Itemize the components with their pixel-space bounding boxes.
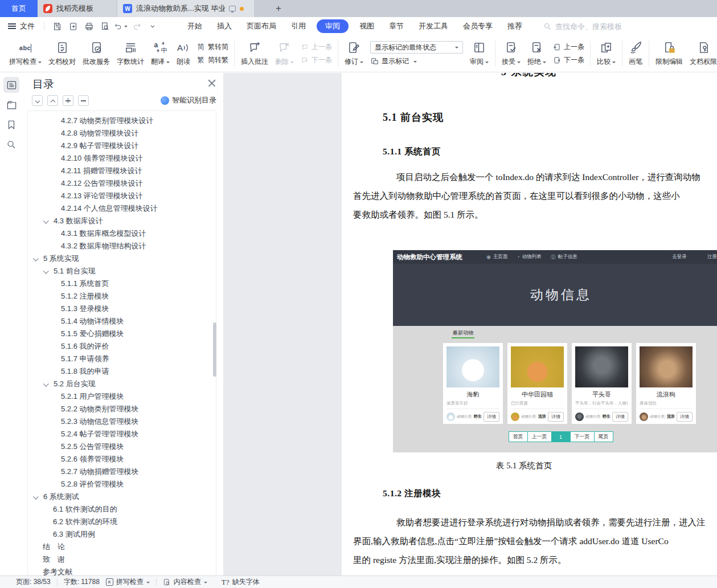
toc-item[interactable]: 5 系统实现: [28, 252, 216, 265]
toc-item[interactable]: 4.3.1 数据库概念模型设计: [28, 227, 216, 240]
prev-comment-button[interactable]: 上一条: [300, 42, 332, 52]
toc-item[interactable]: 4.2.10 领养管理模块设计: [28, 152, 216, 165]
command-search[interactable]: [543, 22, 655, 31]
next-comment-button[interactable]: 下一条: [300, 55, 332, 65]
find-panel-button[interactable]: [3, 137, 19, 153]
reject-button[interactable]: 拒绝: [524, 37, 550, 70]
zoom-out-button[interactable]: [78, 95, 89, 106]
page-indicator[interactable]: 页面: 38/53: [16, 577, 51, 587]
print-preview-button[interactable]: [98, 19, 112, 33]
next-change-button[interactable]: 下一条: [552, 55, 584, 65]
toc-item[interactable]: 6.2 软件测试的环境: [28, 516, 216, 528]
simp-to-trad-button[interactable]: 繁简转繁: [196, 55, 228, 65]
correction-service-button[interactable]: 批改服务: [79, 37, 113, 70]
ribbon-tab[interactable]: 审阅: [317, 19, 349, 33]
toc-item[interactable]: 5.2.1 用户管理模块: [28, 390, 216, 403]
ribbon-tab[interactable]: 开发工具: [411, 17, 456, 35]
toc-item[interactable]: 6 系统测试: [28, 491, 216, 503]
toc-item[interactable]: 5.2.7 动物捐赠管理模块: [28, 466, 216, 478]
spell-check-toggle[interactable]: 拼写检查: [106, 577, 150, 587]
print-button[interactable]: [82, 19, 96, 33]
toc-item[interactable]: 5.2.4 帖子管理管理模块: [28, 428, 216, 440]
prev-change-button[interactable]: 上一条: [552, 42, 584, 52]
material-panel-button[interactable]: [3, 97, 19, 113]
doc-permission-button[interactable]: 文档权限: [686, 37, 717, 70]
track-changes-button[interactable]: 修订: [341, 37, 367, 70]
collapse-all-button[interactable]: [47, 95, 58, 106]
toc-item[interactable]: 4.2.7 动物类别管理模块设计: [28, 115, 216, 127]
toc-item[interactable]: 4.3.2 数据库物理结构设计: [28, 240, 216, 252]
compare-button[interactable]: 比较: [593, 37, 619, 70]
read-aloud-button[interactable]: A 朗读: [173, 37, 194, 70]
toc-item[interactable]: 5.1.6 我的评价: [28, 340, 216, 353]
toc-item[interactable]: 结 论: [28, 541, 216, 553]
spell-check-button[interactable]: abc 拼写检查: [6, 37, 45, 70]
toc-item[interactable]: 5.2.2 动物类别管理模块: [28, 403, 216, 415]
toc-item[interactable]: 5.1.3 登录模块: [28, 303, 216, 315]
toc-item[interactable]: 4.3 数据库设计: [28, 215, 216, 227]
toc-item[interactable]: 5.1.8 我的申请: [28, 365, 216, 378]
ribbon-tab[interactable]: 页面布局: [239, 17, 284, 35]
toc-item[interactable]: 致 谢: [28, 553, 216, 566]
accept-button[interactable]: 接受: [498, 37, 524, 70]
delete-comment-button[interactable]: 删除: [272, 37, 297, 70]
toc-item[interactable]: 5.1 前台实现: [28, 265, 216, 277]
toc-item[interactable]: 4.2.13 评论管理模块设计: [28, 190, 216, 202]
bookmark-panel-button[interactable]: [3, 117, 19, 133]
tab-home[interactable]: 首页: [0, 0, 38, 17]
toc-item[interactable]: 5.2 后台实现: [28, 378, 216, 390]
undo-button[interactable]: [114, 19, 128, 33]
toc-item[interactable]: 5.1.2 注册模块: [28, 290, 216, 303]
search-input[interactable]: [555, 22, 655, 31]
ribbon-tab[interactable]: 引用: [284, 17, 313, 35]
ribbon-tab[interactable]: 开始: [180, 17, 210, 35]
toc-item[interactable]: 5.2.8 评价管理模块: [28, 478, 216, 491]
word-count-button[interactable]: 字数统计: [113, 37, 148, 70]
trad-to-simp-button[interactable]: 简繁转简: [196, 42, 228, 52]
toc-item[interactable]: 5.1.1 系统首页: [28, 277, 216, 290]
hamburger-icon[interactable]: [8, 23, 16, 29]
toc-item[interactable]: 5.2.5 公告管理模块: [28, 440, 216, 453]
export-pdf-button[interactable]: [66, 19, 80, 33]
zoom-in-button[interactable]: [63, 95, 73, 106]
content-check-toggle[interactable]: 内容检查: [163, 577, 207, 587]
ribbon-tab[interactable]: 会员专享: [456, 17, 500, 35]
ink-button[interactable]: 画笔: [625, 37, 646, 70]
markup-state-dropdown[interactable]: 显示标记的最终状态: [370, 41, 463, 54]
save-button[interactable]: [50, 19, 64, 33]
toc-item[interactable]: 5.1.7 申请领养: [28, 353, 216, 365]
toc-item[interactable]: 5.2.6 领养管理模块: [28, 453, 216, 466]
smart-recognize-button[interactable]: 智能识别目录: [161, 95, 216, 105]
toc-item[interactable]: 4.2.11 捐赠管理模块设计: [28, 165, 216, 177]
toc-item[interactable]: 5.2.3 动物信息管理模块: [28, 415, 216, 428]
toc-item[interactable]: 4.2.9 帖子管理模块设计: [28, 140, 216, 152]
ribbon-tab[interactable]: 视图: [352, 17, 382, 35]
ribbon-tab[interactable]: 插入: [210, 17, 239, 35]
show-markup-button[interactable]: 显示标记: [370, 56, 463, 66]
review-pane-button[interactable]: 审阅: [466, 37, 492, 70]
toc-item[interactable]: 5.1.5 爱心捐赠模块: [28, 328, 216, 340]
translate-button[interactable]: a中 翻译: [148, 37, 173, 70]
restrict-editing-button[interactable]: 限制编辑: [652, 37, 686, 70]
doc-proofread-button[interactable]: 文档校对: [45, 37, 79, 70]
toc-item[interactable]: 6.1 软件测试的目的: [28, 503, 216, 516]
toc-scrollbar-thumb[interactable]: [213, 322, 216, 377]
tab-document[interactable]: W 流浪动物救助系...实现 毕业论文: [117, 0, 254, 17]
expand-all-button[interactable]: [32, 95, 43, 106]
word-count-indicator[interactable]: 字数: 11788: [64, 577, 100, 587]
ribbon-tab[interactable]: 推荐: [500, 17, 530, 35]
toc-item[interactable]: 参考文献: [28, 566, 216, 575]
outline-panel-button[interactable]: [3, 77, 19, 93]
more-commands-button[interactable]: [146, 19, 159, 33]
toc-item[interactable]: 4.2.12 公告管理模块设计: [28, 177, 216, 190]
toc-item[interactable]: 4.2.8 动物管理模块设计: [28, 127, 216, 140]
toc-item[interactable]: 4.2.14 个人信息管理模块设计: [28, 202, 216, 215]
toc-item[interactable]: 6.3 测试用例: [28, 528, 216, 541]
file-menu[interactable]: 文件: [20, 21, 35, 31]
redo-button[interactable]: [130, 19, 144, 33]
toc-item[interactable]: 5.1.4 动物详情模块: [28, 315, 216, 328]
close-icon[interactable]: [208, 79, 216, 87]
missing-font-button[interactable]: T? 缺失字体: [222, 577, 260, 587]
new-tab-button[interactable]: +: [269, 0, 288, 17]
ribbon-tab[interactable]: 章节: [382, 17, 411, 35]
